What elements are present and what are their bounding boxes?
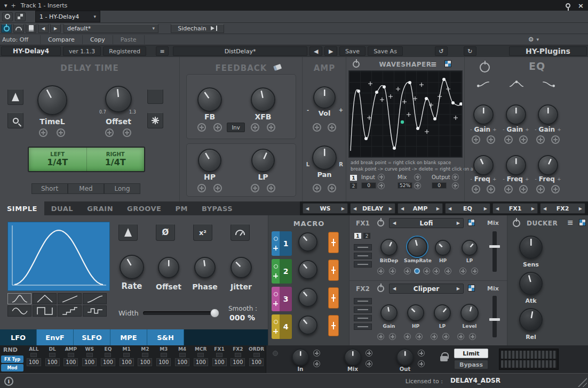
fx-slot-row[interactable] (354, 324, 372, 330)
fb-hp-knob[interactable] (198, 149, 221, 172)
slider-handle[interactable] (210, 309, 219, 318)
ducker-power-button[interactable] (513, 220, 520, 227)
lfo-shape-random-button[interactable] (83, 305, 107, 317)
fx-slot-row[interactable] (354, 244, 372, 250)
rnd-randomize-button[interactable] (179, 353, 186, 357)
med-button[interactable]: Med (68, 183, 104, 194)
fine-minus-button[interactable]: - (503, 127, 504, 132)
fx-tab[interactable]: 1 - HY-Delay4 ▾ (35, 11, 100, 22)
next-preset-button[interactable]: ▶ (50, 24, 61, 33)
eq-gain3-knob[interactable] (538, 104, 558, 125)
waveshaper-page-1-button[interactable]: 1 (349, 174, 357, 181)
eq-freq2-knob[interactable] (506, 155, 526, 175)
prev-section-icon[interactable] (543, 206, 546, 211)
pan-knob[interactable] (312, 146, 337, 170)
plugin-preset-name[interactable]: DistDelay* (173, 46, 307, 56)
sidechain-button[interactable]: Sidechain (171, 24, 224, 33)
next-section-icon[interactable] (579, 206, 582, 211)
section-selector[interactable]: AMP (398, 203, 443, 214)
tab-groove[interactable]: GROOVE (120, 201, 168, 215)
invert-button[interactable]: Inv (227, 123, 245, 132)
chain-bypass-icon[interactable] (2, 12, 13, 21)
fine-minus-button[interactable]: - (535, 127, 536, 132)
mod-plus-button[interactable] (442, 333, 449, 340)
prev-section-icon[interactable] (401, 206, 404, 211)
rnd-randomize-button[interactable] (142, 353, 148, 357)
macro-slot-4[interactable]: 4 (272, 314, 292, 339)
fine-minus-button[interactable]: - (535, 176, 537, 182)
fx2-power-button[interactable] (377, 285, 384, 292)
mod-plus-button[interactable] (459, 268, 466, 274)
section-selector[interactable]: FX2 (540, 203, 585, 214)
macro-1-knob[interactable] (298, 232, 317, 252)
gear-icon[interactable]: ⚙ (528, 36, 534, 43)
tab-slfo[interactable]: SLFO (74, 329, 110, 345)
rnd-amount-value[interactable]: 100 (175, 358, 189, 366)
lfo-jitter-knob[interactable] (231, 257, 252, 278)
preset-dropdown[interactable]: default* ▾ (63, 24, 158, 33)
fx2-mix-slider[interactable] (492, 296, 497, 337)
rnd-amount-value[interactable]: 100 (249, 358, 264, 366)
fx-slot-row[interactable] (354, 315, 372, 321)
paste-button[interactable]: Paste (113, 35, 145, 44)
ducker-sens-knob[interactable] (519, 236, 543, 259)
eq-power-button[interactable] (480, 62, 490, 72)
fx1-page-2-button[interactable]: 2 (363, 232, 371, 239)
lfo-shape-triangle-button[interactable] (33, 293, 57, 304)
copy-button[interactable]: Copy (83, 35, 113, 44)
fb-lp-knob[interactable] (251, 149, 275, 172)
sync-mode-button[interactable] (7, 89, 23, 105)
rnd-randomize-button[interactable] (49, 353, 55, 357)
rnd-amount-value[interactable]: 100 (156, 358, 171, 366)
rnd-randomize-button[interactable] (86, 353, 93, 357)
fb-knob[interactable] (197, 87, 222, 112)
rnd-randomize-button[interactable] (123, 353, 130, 357)
fx2-type-selector[interactable]: Clipper (389, 284, 464, 294)
rnd-mod-button[interactable]: Mod (1, 364, 23, 371)
fx-slot-row[interactable] (354, 298, 372, 304)
long-button[interactable]: Long (104, 183, 140, 194)
mod-plus-button[interactable] (418, 350, 425, 357)
pin-icon[interactable] (566, 3, 570, 8)
mod-plus-button[interactable] (251, 184, 259, 192)
mod-plus-button[interactable] (313, 360, 320, 367)
lfo-phase-invert-button[interactable]: Ø (156, 224, 175, 241)
lfo-drive-button[interactable] (231, 224, 250, 241)
mod-plus-button[interactable] (431, 333, 438, 340)
fx1-bitdep-knob[interactable] (380, 239, 398, 256)
tab-lfo[interactable]: LFO (0, 329, 37, 345)
next-section-icon[interactable] (341, 206, 345, 211)
macro-3-knob[interactable] (298, 288, 317, 307)
undo-icon[interactable]: ↺ (435, 46, 448, 56)
mod-plus-button[interactable] (469, 333, 476, 340)
mod-plus-button[interactable] (251, 123, 259, 132)
mod-plus-button[interactable] (452, 182, 459, 189)
prev-fx-type-icon[interactable] (393, 286, 396, 291)
mod-plus-button[interactable] (197, 184, 206, 192)
master-mix-knob[interactable] (344, 349, 361, 366)
mod-plus-button[interactable] (404, 268, 411, 274)
lfo-shape-graph[interactable] (7, 222, 110, 291)
high-shelf-icon[interactable] (541, 79, 557, 89)
prev-section-icon[interactable] (448, 206, 451, 211)
timel-knob[interactable] (37, 85, 67, 115)
info-icon[interactable]: i (4, 377, 13, 386)
macro-slot-2[interactable]: 2 (272, 259, 292, 284)
mod-plus-button[interactable] (536, 135, 545, 144)
lfo-phase-knob[interactable] (194, 257, 216, 278)
eq-gain2-knob[interactable] (506, 104, 526, 125)
mod-plus-button[interactable] (487, 135, 495, 144)
fx2-level-knob[interactable] (460, 304, 479, 322)
rnd-amount-value[interactable]: 100 (194, 358, 208, 366)
eq-gain1-knob[interactable] (473, 104, 494, 125)
mod-plus-button[interactable] (414, 174, 421, 181)
mod-plus-button[interactable] (457, 333, 464, 340)
slot-plus-icon[interactable] (273, 273, 278, 278)
mod-plus-button[interactable] (389, 268, 396, 274)
rnd-amount-value[interactable]: 100 (45, 358, 60, 366)
mod-plus-button[interactable] (404, 333, 411, 340)
rnd-randomize-button[interactable] (216, 353, 223, 357)
master-in-knob[interactable] (292, 349, 309, 366)
fx2-expand-icon[interactable] (468, 285, 475, 292)
slot-plus-icon[interactable] (273, 246, 278, 250)
